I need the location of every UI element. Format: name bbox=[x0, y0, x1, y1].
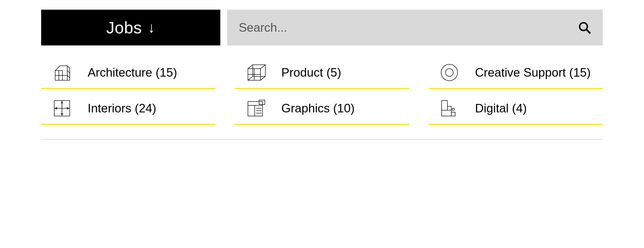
svg-rect-28 bbox=[448, 106, 451, 110]
building-wireframe-icon bbox=[53, 63, 76, 82]
concentric-circles-icon bbox=[440, 63, 464, 82]
cube-wireframe-icon bbox=[246, 63, 270, 82]
svg-line-4 bbox=[67, 71, 70, 73]
svg-line-10 bbox=[248, 76, 253, 80]
category-digital[interactable]: Digital (4) bbox=[428, 95, 603, 125]
svg-rect-27 bbox=[442, 110, 451, 116]
modular-blocks-icon bbox=[440, 99, 464, 118]
svg-line-8 bbox=[248, 65, 253, 69]
svg-point-15 bbox=[446, 69, 453, 76]
search-container bbox=[227, 10, 603, 45]
category-label: Interiors (24) bbox=[88, 101, 156, 115]
category-interiors[interactable]: Interiors (24) bbox=[41, 95, 216, 125]
jobs-dropdown-label: Jobs bbox=[106, 18, 142, 37]
layout-page-icon bbox=[246, 99, 270, 118]
svg-rect-30 bbox=[452, 108, 454, 110]
category-creative-support[interactable]: Creative Support (15) bbox=[428, 59, 603, 89]
svg-line-11 bbox=[260, 76, 265, 80]
search-icon[interactable] bbox=[578, 21, 591, 34]
category-graphics[interactable]: Graphics (10) bbox=[235, 95, 409, 125]
room-arrows-icon bbox=[53, 99, 76, 118]
category-label: Architecture (15) bbox=[88, 66, 177, 80]
category-product[interactable]: Product (5) bbox=[235, 59, 409, 89]
category-label: Graphics (10) bbox=[281, 101, 355, 115]
svg-line-1 bbox=[586, 29, 590, 33]
category-label: Digital (4) bbox=[475, 101, 527, 115]
svg-rect-19 bbox=[248, 102, 262, 116]
svg-point-14 bbox=[441, 64, 458, 81]
svg-line-9 bbox=[260, 65, 265, 69]
svg-line-5 bbox=[67, 75, 70, 78]
jobs-dropdown[interactable]: Jobs ↓ bbox=[41, 10, 220, 45]
arrow-down-icon: ↓ bbox=[148, 20, 155, 35]
svg-rect-26 bbox=[442, 101, 448, 110]
category-label: Product (5) bbox=[281, 66, 341, 80]
svg-rect-20 bbox=[259, 100, 265, 105]
section-divider bbox=[41, 139, 603, 140]
svg-rect-29 bbox=[451, 112, 455, 116]
categories-grid: Architecture (15) Product (5) Creative S bbox=[41, 59, 603, 125]
category-label: Creative Support (15) bbox=[475, 66, 591, 80]
search-input[interactable] bbox=[239, 20, 578, 35]
category-architecture[interactable]: Architecture (15) bbox=[41, 59, 216, 89]
top-bar: Jobs ↓ bbox=[41, 10, 603, 45]
